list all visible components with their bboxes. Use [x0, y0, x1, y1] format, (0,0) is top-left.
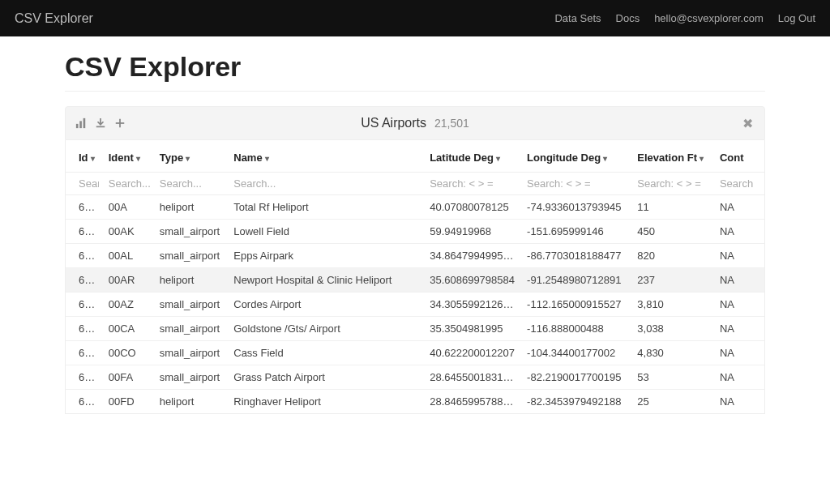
- table-row[interactable]: 652600ARheliportNewport Hospital & Clini…: [66, 268, 764, 293]
- table-row[interactable]: 652700AZsmall_airportCordes Airport34.30…: [66, 293, 764, 317]
- cell-lon: -151.695999146: [522, 220, 632, 244]
- cell-ident: 00CO: [104, 341, 155, 365]
- download-icon[interactable]: [95, 117, 106, 129]
- dataset-panel: US Airports 21,501 ✖ Id▾ Ident▾ Type▾ Na…: [65, 106, 765, 414]
- cell-elev: 4,830: [632, 341, 715, 365]
- col-header-id[interactable]: Id▾: [66, 140, 104, 173]
- chevron-down-icon: ▾: [91, 154, 95, 163]
- table-row[interactable]: 652400AKsmall_airportLowell Field59.9491…: [66, 220, 764, 244]
- cell-lon: -74.9336013793945: [522, 195, 632, 220]
- cell-type: small_airport: [155, 317, 229, 341]
- plus-icon[interactable]: [114, 117, 126, 129]
- chevron-down-icon: ▾: [603, 154, 607, 163]
- cell-ident: 00AR: [104, 268, 155, 293]
- cell-id: 6527: [66, 293, 104, 317]
- cell-lat: 35.3504981995: [425, 317, 522, 341]
- cell-type: heliport: [155, 195, 229, 220]
- nav-link-logout[interactable]: Log Out: [778, 12, 815, 24]
- cell-ident: 00CA: [104, 317, 155, 341]
- table-row[interactable]: 652800CAsmall_airportGoldstone /Gts/ Air…: [66, 317, 764, 341]
- table-row[interactable]: 652500ALsmall_airportEpps Airpark34.8647…: [66, 244, 764, 268]
- table-row[interactable]: 652900COsmall_airportCass Field40.622200…: [66, 341, 764, 365]
- cell-elev: 53: [632, 365, 715, 390]
- cell-lon: -104.34400177002: [522, 341, 632, 365]
- cell-ident: 00AL: [104, 244, 155, 268]
- chevron-down-icon: ▾: [136, 154, 140, 163]
- nav-link-datasets[interactable]: Data Sets: [554, 12, 601, 24]
- cell-lat: 35.608699798584: [425, 268, 522, 293]
- cell-elev: 25: [632, 390, 715, 414]
- cell-type: heliport: [155, 390, 229, 414]
- cell-cont: NA: [715, 268, 764, 293]
- cell-ident: 00A: [104, 195, 155, 220]
- cell-lon: -82.2190017700195: [522, 365, 632, 390]
- col-header-lon[interactable]: Longitude Deg▾: [522, 140, 632, 173]
- cell-name: Cass Field: [229, 341, 425, 365]
- svg-rect-2: [83, 118, 86, 128]
- search-input-cont[interactable]: [720, 177, 759, 190]
- cell-elev: 3,038: [632, 317, 715, 341]
- cell-ident: 00AK: [104, 220, 155, 244]
- data-table: Id▾ Ident▾ Type▾ Name▾ Latitude Deg▾ Lon…: [66, 140, 764, 413]
- chart-icon[interactable]: [75, 117, 87, 129]
- cell-lat: 28.8465995788574: [425, 390, 522, 414]
- cell-name: Goldstone /Gts/ Airport: [229, 317, 425, 341]
- cell-lon: -112.165000915527: [522, 293, 632, 317]
- table-row[interactable]: 653100FAsmall_airportGrass Patch Airport…: [66, 365, 764, 390]
- cell-cont: NA: [715, 220, 764, 244]
- cell-name: Cordes Airport: [229, 293, 425, 317]
- col-header-lat[interactable]: Latitude Deg▾: [425, 140, 522, 173]
- app-brand[interactable]: CSV Explorer: [15, 11, 93, 26]
- chevron-down-icon: ▾: [265, 154, 269, 163]
- cell-cont: NA: [715, 244, 764, 268]
- col-header-cont[interactable]: Cont: [715, 140, 764, 173]
- cell-id: 6524: [66, 220, 104, 244]
- search-input-ident[interactable]: [109, 177, 150, 190]
- search-input-lon[interactable]: [527, 177, 627, 190]
- nav-link-email[interactable]: hello@csvexplorer.com: [654, 12, 764, 24]
- table-row[interactable]: 653200FDheliportRinghaver Heliport28.846…: [66, 390, 764, 414]
- svg-rect-1: [79, 121, 82, 128]
- search-input-name[interactable]: [233, 177, 420, 190]
- cell-name: Grass Patch Airport: [229, 365, 425, 390]
- dataset-row-count: 21,501: [434, 117, 469, 130]
- cell-ident: 00FA: [104, 365, 155, 390]
- search-input-type[interactable]: [160, 177, 224, 190]
- col-header-type[interactable]: Type▾: [155, 140, 229, 173]
- col-header-elev[interactable]: Elevation Ft▾: [632, 140, 715, 173]
- cell-name: Lowell Field: [229, 220, 425, 244]
- cell-lon: -82.3453979492188: [522, 390, 632, 414]
- cell-cont: NA: [715, 341, 764, 365]
- cell-lon: -86.7703018188477: [522, 244, 632, 268]
- cell-type: small_airport: [155, 220, 229, 244]
- close-icon[interactable]: ✖: [742, 116, 753, 131]
- cell-lon: -91.2548980712891: [522, 268, 632, 293]
- cell-lat: 40.07080078125: [425, 195, 522, 220]
- search-input-id[interactable]: [79, 177, 99, 190]
- cell-id: 6528: [66, 317, 104, 341]
- svg-rect-3: [96, 126, 105, 128]
- dataset-title: US Airports: [361, 116, 426, 130]
- cell-cont: NA: [715, 195, 764, 220]
- table-row[interactable]: 652300AheliportTotal Rf Heliport40.07080…: [66, 195, 764, 220]
- col-header-ident[interactable]: Ident▾: [104, 140, 155, 173]
- col-header-name[interactable]: Name▾: [229, 140, 425, 173]
- cell-id: 6529: [66, 341, 104, 365]
- search-input-elev[interactable]: [637, 177, 710, 190]
- nav-link-docs[interactable]: Docs: [616, 12, 640, 24]
- top-navbar: CSV Explorer Data Sets Docs hello@csvexp…: [0, 0, 830, 36]
- cell-name: Epps Airpark: [229, 244, 425, 268]
- search-input-lat[interactable]: [430, 177, 517, 190]
- cell-id: 6525: [66, 244, 104, 268]
- cell-ident: 00FD: [104, 390, 155, 414]
- cell-id: 6532: [66, 390, 104, 414]
- page-title: CSV Explorer: [65, 51, 765, 92]
- cell-elev: 11: [632, 195, 715, 220]
- cell-id: 6531: [66, 365, 104, 390]
- cell-cont: NA: [715, 365, 764, 390]
- cell-lat: 34.3055992126465: [425, 293, 522, 317]
- search-row: [66, 173, 764, 195]
- cell-lat: 40.622200012207: [425, 341, 522, 365]
- cell-lat: 34.8647994995117: [425, 244, 522, 268]
- cell-id: 6526: [66, 268, 104, 293]
